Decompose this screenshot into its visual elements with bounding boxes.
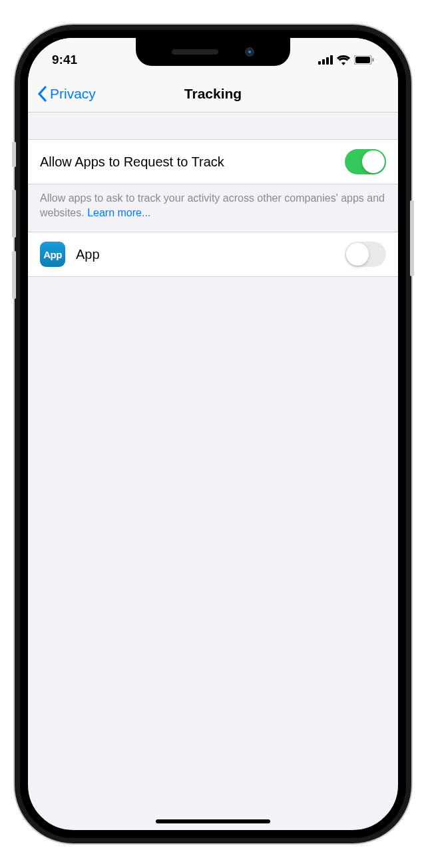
screen: 9:41 (20, 30, 406, 838)
svg-rect-6 (373, 59, 374, 62)
phone-device-frame: 9:41 (15, 25, 411, 843)
front-camera (245, 47, 254, 57)
allow-tracking-toggle[interactable] (345, 149, 386, 174)
svg-rect-2 (326, 57, 329, 65)
power-button (410, 200, 414, 276)
notch (136, 38, 290, 66)
battery-icon (354, 55, 374, 65)
content-area: Allow Apps to Request to Track Allow app… (28, 112, 398, 277)
app-name-label: App (76, 247, 100, 262)
chevron-left-icon (37, 86, 47, 102)
section-footer: Allow apps to ask to track your activity… (28, 184, 398, 232)
back-button[interactable]: Privacy (37, 86, 96, 102)
volume-down-button (12, 251, 16, 299)
toggle-knob (362, 150, 385, 173)
app-row-content: App App (40, 242, 100, 267)
app-tracking-toggle[interactable] (345, 242, 386, 267)
toggle-knob (346, 243, 369, 266)
app-icon: App (40, 242, 65, 267)
home-indicator[interactable] (156, 819, 270, 823)
allow-tracking-row: Allow Apps to Request to Track (28, 139, 398, 184)
volume-up-button (12, 190, 16, 238)
navigation-bar: Privacy Tracking (28, 75, 398, 112)
app-tracking-row: App App (28, 232, 398, 277)
status-icons (318, 55, 374, 65)
back-label: Privacy (50, 86, 96, 102)
svg-rect-1 (322, 59, 325, 65)
cellular-signal-icon (318, 55, 333, 65)
section-spacer (28, 112, 398, 139)
speaker (172, 49, 218, 55)
wifi-icon (337, 55, 350, 65)
learn-more-link[interactable]: Learn more... (87, 207, 150, 218)
svg-rect-3 (330, 55, 333, 65)
svg-rect-0 (318, 61, 321, 65)
status-time: 9:41 (52, 53, 77, 67)
mute-switch (12, 142, 16, 167)
allow-tracking-label: Allow Apps to Request to Track (40, 154, 345, 170)
app-icon-label: App (43, 249, 62, 260)
svg-rect-5 (355, 57, 370, 63)
